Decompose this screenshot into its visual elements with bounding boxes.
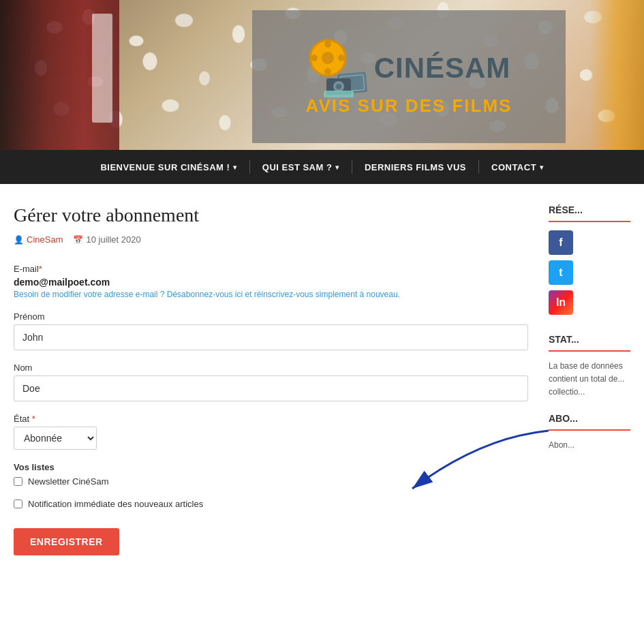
newsletter-checkbox-group: Newsletter CinéSam	[14, 476, 528, 487]
nav-item-qui-est-sam[interactable]: QUI EST SAM ? ▾	[250, 150, 352, 184]
facebook-icon[interactable]: f	[549, 230, 573, 255]
notification-checkbox-group: Notification immédiate des nouveaux arti…	[14, 499, 528, 509]
nav-item-bienvenue[interactable]: BIENVENUE SUR CINÉSAM ! ▾	[88, 150, 249, 184]
logo-content: CINÉSAM AVIS SUR DES FILMS	[306, 37, 512, 117]
sidebar-stats-title: STAT...	[549, 334, 630, 352]
post-author: CineSam	[14, 234, 63, 245]
nom-label: Nom	[14, 363, 528, 373]
svg-point-2	[324, 41, 331, 48]
prenom-label: Prénom	[14, 311, 528, 322]
svg-point-5	[338, 55, 345, 61]
logo-text: CINÉSAM	[374, 52, 511, 85]
vos-listes-label: Vos listes	[14, 462, 528, 472]
prenom-input[interactable]	[14, 324, 528, 350]
logo-icon	[307, 37, 369, 99]
sidebar-stats-section: STAT... La base de données contient un t…	[549, 334, 630, 399]
sidebar-abo-text: Abon...	[549, 439, 630, 452]
sidebar-stats-text: La base de données contient un total de.…	[549, 360, 630, 399]
post-date: 10 juillet 2020	[73, 234, 140, 245]
sidebar-abo-title: ABO...	[549, 413, 630, 431]
svg-rect-11	[324, 91, 354, 97]
page-title: Gérer votre abonnement	[14, 204, 528, 226]
svg-point-3	[324, 68, 331, 75]
save-button-group: ENREGISTRER	[14, 521, 528, 555]
sidebar: RÉSE... f t In STAT... La base de donnée…	[549, 204, 630, 568]
etat-required: *	[32, 414, 35, 424]
prenom-field-group: Prénom	[14, 311, 528, 350]
etat-select[interactable]: Abonnée Désabonnée	[14, 427, 97, 450]
sidebar-abo-section: ABO... Abon...	[549, 413, 630, 452]
hero-right-decoration	[589, 0, 644, 150]
nom-field-group: Nom	[14, 363, 528, 401]
notification-checkbox[interactable]	[14, 500, 22, 508]
vos-listes-group: Vos listes Newsletter CinéSam	[14, 462, 528, 487]
logo-box: CINÉSAM AVIS SUR DES FILMS	[252, 10, 566, 143]
film-reel-svg	[307, 37, 369, 99]
nav-label-contact: CONTACT	[491, 162, 536, 172]
site-name: CINÉSAM	[374, 52, 511, 85]
svg-point-4	[311, 55, 318, 61]
sidebar-reseaux-title: RÉSE...	[549, 204, 630, 222]
email-value: demo@mailpoet.com	[14, 277, 528, 288]
chevron-down-icon-3: ▾	[540, 164, 544, 171]
email-label: E-mail*	[14, 264, 528, 274]
etat-field-group: État * Abonnée Désabonnée	[14, 414, 528, 450]
nom-input[interactable]	[14, 375, 528, 401]
chevron-down-icon-2: ▾	[335, 164, 339, 171]
svg-point-10	[336, 84, 341, 89]
hero-left-decoration	[0, 0, 119, 150]
logo-top: CINÉSAM	[307, 37, 511, 99]
sidebar-reseaux-section: RÉSE... f t In	[549, 204, 630, 320]
post-meta: CineSam 10 juillet 2020	[14, 234, 528, 245]
svg-point-1	[322, 52, 334, 64]
chevron-down-icon: ▾	[233, 164, 237, 171]
instagram-icon[interactable]: In	[549, 290, 573, 315]
hero-section: CINÉSAM AVIS SUR DES FILMS	[0, 0, 644, 150]
notification-field-group: Notification immédiate des nouveaux arti…	[14, 499, 528, 509]
newsletter-label: Newsletter CinéSam	[28, 476, 109, 487]
main-content: Gérer votre abonnement CineSam 10 juille…	[14, 204, 528, 568]
nav-label-qui-est-sam: QUI EST SAM ?	[262, 162, 333, 172]
notification-label: Notification immédiate des nouveaux arti…	[28, 499, 203, 509]
email-hint: Besoin de modifier votre adresse e-mail …	[14, 290, 528, 299]
twitter-icon[interactable]: t	[549, 260, 573, 285]
save-button[interactable]: ENREGISTRER	[14, 528, 119, 555]
main-navigation: BIENVENUE SUR CINÉSAM ! ▾ QUI EST SAM ? …	[0, 150, 644, 184]
email-field-group: E-mail* demo@mailpoet.com Besoin de modi…	[14, 264, 528, 299]
content-wrapper: Gérer votre abonnement CineSam 10 juille…	[0, 184, 644, 588]
nav-label-derniers-films: DERNIERS FILMS VUS	[365, 162, 466, 172]
nav-item-contact[interactable]: CONTACT ▾	[479, 150, 556, 184]
newsletter-checkbox[interactable]	[14, 477, 22, 486]
nav-item-derniers-films[interactable]: DERNIERS FILMS VUS	[352, 150, 478, 184]
nav-label-bienvenue: BIENVENUE SUR CINÉSAM !	[100, 162, 230, 172]
etat-label: État *	[14, 414, 528, 424]
